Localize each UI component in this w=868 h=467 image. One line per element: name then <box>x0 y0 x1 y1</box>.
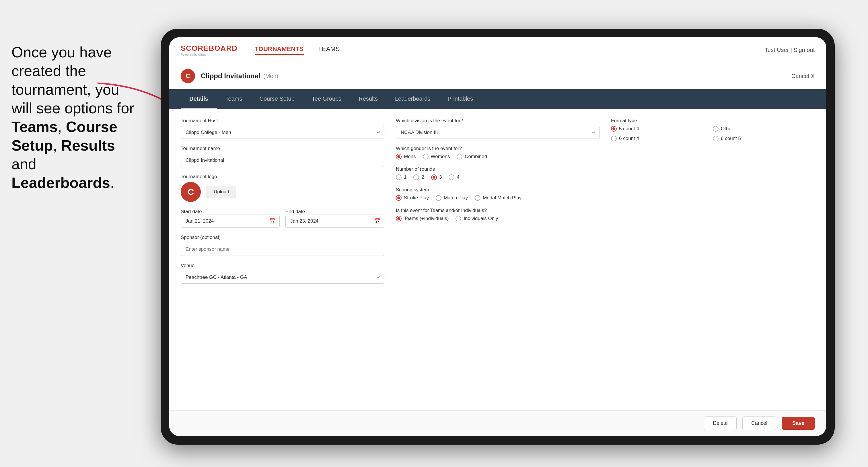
rounds-2-radio[interactable] <box>413 175 419 180</box>
rounds-2[interactable]: 2 <box>413 175 424 180</box>
tab-results[interactable]: Results <box>350 89 386 109</box>
gender-radio-group: Mens Womens Combined <box>396 154 599 159</box>
tournament-logo-group: Tournament logo C Upload <box>181 174 384 202</box>
sponsor-label: Sponsor (optional) <box>181 235 384 240</box>
tournament-host-label: Tournament Host <box>181 118 384 124</box>
tab-bar: Details Teams Course Setup Tee Groups Re… <box>169 89 826 109</box>
end-date-label: End date <box>285 209 305 214</box>
tournament-subtitle: (Men) <box>263 73 278 80</box>
calendar-icon: 📅 <box>269 218 276 224</box>
tournament-name-group: Tournament name <box>181 146 384 167</box>
nav-teams[interactable]: TEAMS <box>318 45 340 55</box>
cancel-button[interactable]: Cancel <box>742 416 776 430</box>
division-label: Which division is the event for? <box>396 118 599 124</box>
tab-tee-groups[interactable]: Tee Groups <box>303 89 350 109</box>
end-date-input[interactable] <box>285 215 384 228</box>
end-date-wrap: 📅 <box>285 215 384 228</box>
start-date-wrap: 📅 <box>181 215 280 228</box>
logo-area: SCOREBOARD Powered by clippd <box>181 44 238 56</box>
division-group: Which division is the event for? NCAA Di… <box>396 118 599 139</box>
logo-sub: Powered by clippd <box>181 53 238 56</box>
format-5count4-radio[interactable] <box>611 126 617 132</box>
sponsor-input[interactable] <box>181 243 384 256</box>
scoring-stroke[interactable]: Stroke Play <box>396 195 429 201</box>
form-area: Tournament Host Clippd College - Men Tou… <box>169 109 826 410</box>
save-button[interactable]: Save <box>782 417 815 430</box>
rounds-1[interactable]: 1 <box>396 175 406 180</box>
form-column-2: Which division is the event for? NCAA Di… <box>396 118 599 402</box>
tab-teams[interactable]: Teams <box>217 89 251 109</box>
gender-group: Which gender is the event for? Mens Wome <box>396 146 599 159</box>
tournament-host-group: Tournament Host Clippd College - Men <box>181 118 384 139</box>
cancel-top-button[interactable]: Cancel X <box>792 73 815 80</box>
rounds-label: Number of rounds <box>396 166 599 172</box>
nav-links: TOURNAMENTS TEAMS <box>255 45 765 55</box>
scoring-stroke-radio[interactable] <box>396 195 402 201</box>
tab-course-setup[interactable]: Course Setup <box>251 89 303 109</box>
start-date-label: Start date <box>181 209 202 214</box>
venue-label: Venue <box>181 263 384 269</box>
venue-select[interactable]: Peachtree GC - Atlanta - GA <box>181 271 384 284</box>
delete-button[interactable]: Delete <box>704 416 737 430</box>
teams-label: Is this event for Teams and/or Individua… <box>396 208 599 213</box>
teams-group: Is this event for Teams and/or Individua… <box>396 208 599 221</box>
format-6count4[interactable]: 6 count 4 <box>611 136 713 142</box>
main-content: C Clippd Invitational (Men) Cancel X Det… <box>169 63 826 436</box>
scoring-label: Scoring system <box>396 187 599 193</box>
teams-plus-individuals[interactable]: Teams (+Individuals) <box>396 216 448 221</box>
gender-combined[interactable]: Combined <box>457 154 487 159</box>
tournament-name-label: Tournament name <box>181 146 384 152</box>
top-nav: SCOREBOARD Powered by clippd TOURNAMENTS… <box>169 37 826 63</box>
tournament-header: C Clippd Invitational (Men) Cancel X <box>169 63 826 89</box>
scoring-radio-group: Stroke Play Match Play Medal Match Play <box>396 195 599 201</box>
logo-upload-area: C Upload <box>181 182 384 202</box>
format-6count5[interactable]: 6 count 5 <box>713 136 815 142</box>
format-5count4[interactable]: 5 count 4 <box>611 126 713 132</box>
tournament-logo-label: Tournament logo <box>181 174 384 180</box>
nav-tournaments[interactable]: TOURNAMENTS <box>255 45 304 55</box>
format-other-radio[interactable] <box>713 126 718 132</box>
sponsor-group: Sponsor (optional) <box>181 235 384 256</box>
format-6count5-radio[interactable] <box>713 136 718 142</box>
gender-mens[interactable]: Mens <box>396 154 416 159</box>
gender-combined-radio[interactable] <box>457 154 462 159</box>
format-label: Format type <box>611 118 815 124</box>
start-date-input[interactable] <box>181 215 280 228</box>
rounds-1-radio[interactable] <box>396 175 402 180</box>
rounds-4-radio[interactable] <box>448 175 454 180</box>
gender-label: Which gender is the event for? <box>396 146 599 152</box>
rounds-3[interactable]: 3 <box>431 175 442 180</box>
rounds-4[interactable]: 4 <box>448 175 459 180</box>
division-select[interactable]: NCAA Division III <box>396 126 599 139</box>
tab-details[interactable]: Details <box>181 89 217 109</box>
form-footer: Delete Cancel Save <box>169 410 826 436</box>
upload-button[interactable]: Upload <box>207 186 236 198</box>
teams-individuals-radio[interactable] <box>396 216 402 221</box>
tournament-name: Clippd Invitational <box>201 72 260 80</box>
tablet-device: SCOREBOARD Powered by clippd TOURNAMENTS… <box>161 29 835 445</box>
rounds-radio-group: 1 2 3 <box>396 175 599 180</box>
tab-printables[interactable]: Printables <box>439 89 482 109</box>
gender-womens[interactable]: Womens <box>423 154 450 159</box>
individuals-only[interactable]: Individuals Only <box>456 216 498 221</box>
user-area[interactable]: Test User | Sign out <box>765 47 815 53</box>
logo-text: SCOREBOARD <box>181 44 238 53</box>
scoring-medal[interactable]: Medal Match Play <box>475 195 522 201</box>
individuals-only-radio[interactable] <box>456 216 461 221</box>
gender-mens-radio[interactable] <box>396 154 402 159</box>
tournament-host-select[interactable]: Clippd College - Men <box>181 126 384 139</box>
date-group: Start date 📅 End date 📅 <box>181 209 384 228</box>
rounds-3-radio[interactable] <box>431 175 437 180</box>
format-6count4-radio[interactable] <box>611 136 617 142</box>
scoring-match-radio[interactable] <box>436 195 441 201</box>
logo-preview: C <box>181 182 201 202</box>
gender-womens-radio[interactable] <box>423 154 429 159</box>
form-column-3: Format type 5 count 4 <box>611 118 815 402</box>
tablet-screen: SCOREBOARD Powered by clippd TOURNAMENTS… <box>169 37 826 436</box>
format-other[interactable]: Other <box>713 126 815 132</box>
tournament-name-input[interactable] <box>181 154 384 167</box>
scoring-medal-radio[interactable] <box>475 195 480 201</box>
calendar-icon-end: 📅 <box>374 218 380 224</box>
tab-leaderboards[interactable]: Leaderboards <box>386 89 439 109</box>
scoring-match[interactable]: Match Play <box>436 195 468 201</box>
